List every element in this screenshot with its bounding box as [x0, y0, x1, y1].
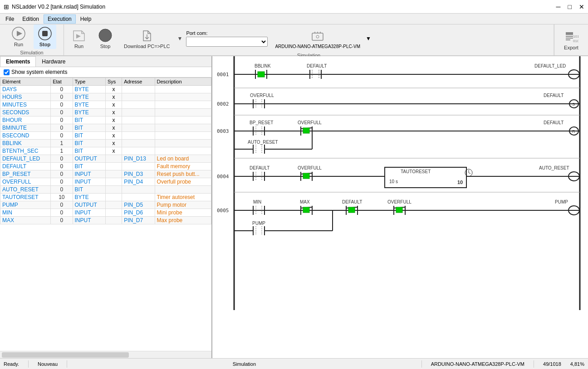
table-row[interactable]: BP_RESET 0 INPUT PIN_D3 Reset push butt.…: [0, 170, 211, 178]
svg-text:OVERFULL: OVERFULL: [298, 165, 322, 170]
table-row[interactable]: PUMP 0 OUTPUT PIN_D5 Pump motor: [0, 201, 211, 209]
table-row[interactable]: TAUTORESET 10 BYTE Timer autoreset: [0, 194, 211, 201]
cell-description: Pump motor: [155, 201, 211, 209]
status-simulation: Simulation: [76, 361, 412, 367]
download-button[interactable]: Download PC=>PLC: [120, 26, 174, 51]
svg-rect-14: [566, 39, 570, 40]
table-row[interactable]: BHOUR 0 BIT x: [0, 117, 211, 124]
table-row[interactable]: MINUTES 0 BYTE x: [0, 101, 211, 109]
cell-adresse: PIN_D6: [122, 209, 155, 217]
cell-element: MAX: [0, 217, 51, 224]
export-button[interactable]: 0101 1010 Export: [560, 28, 583, 52]
cell-adresse: PIN_D7: [122, 217, 155, 224]
table-row[interactable]: MAX 0 INPUT PIN_D7 Max probe: [0, 217, 211, 224]
cell-sys: [105, 209, 122, 217]
sim-run-button[interactable]: Run: [7, 24, 30, 49]
cell-etat: 0: [51, 101, 73, 109]
cell-etat: 0: [51, 155, 73, 163]
cell-element: MINUTES: [0, 101, 51, 109]
table-row[interactable]: AUTO_RESET 0 BIT: [0, 186, 211, 194]
svg-rect-6: [312, 33, 323, 40]
menu-help[interactable]: Help: [77, 15, 95, 23]
svg-point-10: [316, 35, 319, 38]
cell-sys: x: [105, 117, 122, 124]
svg-text:OVERFULL: OVERFULL: [387, 199, 412, 204]
table-row[interactable]: BTENTH_SEC 1 BIT x: [0, 147, 211, 155]
svg-rect-12: [566, 36, 573, 37]
port-com-label: Port com:: [186, 30, 268, 36]
cell-etat: 0: [51, 217, 73, 224]
cell-type: INPUT: [73, 209, 105, 217]
cell-description: Max probe: [155, 217, 211, 224]
cell-sys: [105, 178, 122, 186]
table-row[interactable]: DEFAULT 0 BIT Fault memory: [0, 163, 211, 170]
cell-type: BIT: [73, 132, 105, 140]
cell-element: DEFAULT_LED: [0, 155, 51, 163]
auto-stop-button[interactable]: Stop: [94, 26, 117, 51]
svg-rect-11: [566, 32, 573, 35]
close-button[interactable]: ✕: [579, 3, 584, 10]
menu-edition[interactable]: Edition: [19, 15, 43, 23]
download-dropdown-arrow[interactable]: ▼: [177, 35, 183, 42]
cell-sys: [105, 186, 122, 194]
cell-adresse: PIN_D13: [122, 155, 155, 163]
status-progress: 49/1018: [543, 361, 561, 367]
svg-text:DEFAULT: DEFAULT: [544, 120, 564, 125]
cell-etat: 0: [51, 132, 73, 140]
table-row[interactable]: BSECOND 0 BIT x: [0, 132, 211, 140]
elements-table-container[interactable]: Elément Etat Type Sys Adresse Descriptio…: [0, 78, 211, 351]
svg-text:DEFAULT: DEFAULT: [544, 93, 564, 98]
cell-type: BIT: [73, 163, 105, 170]
svg-marker-4: [76, 34, 81, 39]
cell-description: [155, 93, 211, 101]
table-row[interactable]: DEFAULT_LED 0 OUTPUT PIN_D13 Led on boar…: [0, 155, 211, 163]
cell-etat: 0: [51, 109, 73, 117]
cell-adresse: [122, 132, 155, 140]
svg-text:PUMP: PUMP: [252, 221, 265, 226]
cell-element: AUTO_RESET: [0, 186, 51, 194]
table-row[interactable]: BMINUTE 0 BIT x: [0, 124, 211, 132]
sim-stop-button[interactable]: Stop: [34, 24, 56, 49]
table-row[interactable]: OVERFULL 0 INPUT PIN_D4 Overfull probe: [0, 178, 211, 186]
cell-etat: 0: [51, 209, 73, 217]
table-row[interactable]: HOURS 0 BYTE x: [0, 93, 211, 101]
main-content: Elements Hardware Show system elements E…: [0, 56, 588, 358]
horizontal-scrollbar[interactable]: [0, 351, 211, 358]
svg-text:AUTO_RESET: AUTO_RESET: [539, 165, 569, 170]
cell-element: BSECOND: [0, 132, 51, 140]
right-panel[interactable]: 0001 BBLINK DEFAULT DEFAULT_LED: [212, 56, 588, 358]
table-row[interactable]: SECONDS 0 BYTE x: [0, 109, 211, 117]
cell-description: [155, 147, 211, 155]
port-com-select[interactable]: [186, 37, 268, 47]
auto-run-label: Run: [74, 44, 83, 49]
menu-execution[interactable]: Execution: [44, 15, 76, 24]
cell-description: [155, 101, 211, 109]
svg-text:DEFAULT_LED: DEFAULT_LED: [534, 63, 566, 68]
export-section: 0101 1010 Export: [554, 24, 588, 55]
cell-adresse: [122, 86, 155, 93]
menu-file[interactable]: File: [2, 15, 18, 23]
table-row[interactable]: BBLINK 1 BIT x: [0, 140, 211, 147]
device-dropdown-arrow[interactable]: ▼: [366, 35, 371, 42]
show-system-checkbox[interactable]: [4, 69, 10, 75]
tab-hardware[interactable]: Hardware: [36, 56, 71, 67]
table-row[interactable]: DAYS 0 BYTE x: [0, 86, 211, 93]
svg-line-105: [469, 173, 470, 174]
minimize-button[interactable]: ─: [556, 3, 561, 10]
cell-description: [155, 124, 211, 132]
cell-adresse: [122, 93, 155, 101]
maximize-button[interactable]: □: [568, 3, 572, 10]
cell-element: DAYS: [0, 86, 51, 93]
cell-sys: x: [105, 86, 122, 93]
table-row[interactable]: MIN 0 INPUT PIN_D6 Mini probe: [0, 209, 211, 217]
cell-type: BIT: [73, 147, 105, 155]
svg-text:DEFAULT: DEFAULT: [342, 199, 362, 204]
cell-sys: [105, 163, 122, 170]
cell-adresse: PIN_D5: [122, 201, 155, 209]
status-device: ARDUINO-NANO-ATMEGA328P-PLC-VM: [431, 361, 524, 367]
svg-text:BP_RESET: BP_RESET: [250, 120, 273, 125]
tab-elements[interactable]: Elements: [0, 56, 36, 67]
cell-sys: x: [105, 124, 122, 132]
ladder-svg: 0001 BBLINK DEFAULT DEFAULT_LED: [212, 56, 584, 310]
auto-run-button[interactable]: Run: [68, 26, 90, 51]
